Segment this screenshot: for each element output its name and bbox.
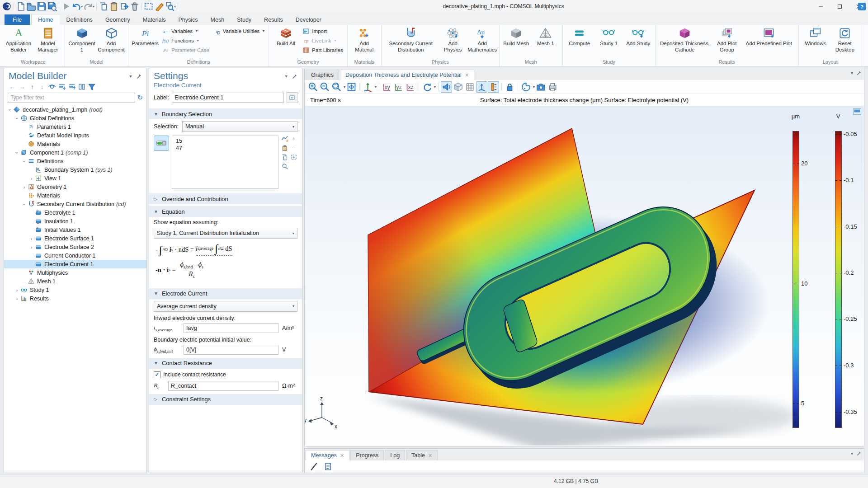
add-plot-group-button[interactable]: Add Plot Group <box>712 25 741 53</box>
maximize-button[interactable] <box>830 0 849 13</box>
resistance-input[interactable] <box>168 381 278 391</box>
ribbon-tab-home[interactable]: Home <box>31 14 60 25</box>
potential-input[interactable] <box>184 345 278 355</box>
paste-selection-icon[interactable] <box>281 145 288 152</box>
comsol-logo-icon[interactable] <box>2 1 12 11</box>
ribbon-tab-materials[interactable]: Materials <box>137 14 172 25</box>
ribbon-tab-developer[interactable]: Developer <box>289 14 328 25</box>
tab-graphics[interactable]: Graphics <box>306 70 339 80</box>
orientation-axes-icon[interactable] <box>476 81 487 93</box>
tree-expander-icon[interactable]: › <box>22 158 27 164</box>
tree-expander-icon[interactable]: › <box>21 184 27 190</box>
pin-icon[interactable] <box>290 72 298 80</box>
chevron-down-icon[interactable]: ▾ <box>851 451 853 456</box>
copy-selection-icon[interactable] <box>281 154 288 161</box>
scene-light-icon[interactable] <box>441 81 452 93</box>
zoom-selection-icon[interactable] <box>281 163 288 170</box>
zoom-out-icon[interactable] <box>319 81 330 93</box>
pin-icon[interactable] <box>857 70 861 75</box>
tab-messages[interactable]: Messages✕ <box>306 450 349 460</box>
rename-icon[interactable] <box>287 92 297 103</box>
tree-expander-icon[interactable]: › <box>14 296 20 301</box>
transparency-icon[interactable] <box>453 81 464 93</box>
tree-item[interactable]: Boundary System 1(sys 1) <box>4 165 146 174</box>
current-density-input[interactable] <box>184 323 278 333</box>
tree-item[interactable]: Electrode Current 1 <box>4 260 146 268</box>
tree-expander-icon[interactable]: › <box>14 150 20 155</box>
save-icon[interactable] <box>37 1 47 11</box>
new-file-icon[interactable] <box>16 1 26 11</box>
funnel-icon[interactable] <box>87 83 96 91</box>
tree-item[interactable]: PiParameters 1 <box>4 122 146 131</box>
ribbon-tab-study[interactable]: Study <box>231 14 258 25</box>
add-study-button[interactable]: Add Study <box>624 25 653 47</box>
ribbon-tab-definitions[interactable]: Definitions <box>60 14 99 25</box>
chevron-down-icon[interactable]: ▾ <box>174 5 176 9</box>
chevron-down-icon[interactable]: ▾ <box>93 5 94 9</box>
copy-icon[interactable] <box>99 1 108 11</box>
add-physics-button[interactable]: Add Physics <box>439 25 467 53</box>
close-icon[interactable]: ✕ <box>465 72 469 78</box>
tree-item[interactable]: Current Conductor 1 <box>4 251 146 260</box>
color-theme-icon[interactable] <box>520 81 532 93</box>
tree-expander-icon[interactable]: › <box>28 176 34 181</box>
add-mathematics-button[interactable]: ΔuAdd Mathematics <box>468 25 497 53</box>
tree-item[interactable]: Insulation 1 <box>4 217 146 225</box>
tree-item[interactable]: Multiphysics <box>4 268 146 277</box>
undo-icon[interactable] <box>71 1 81 11</box>
tree-expander-icon[interactable]: › <box>22 201 27 207</box>
chevron-down-icon[interactable]: ▾ <box>282 72 290 80</box>
tree-item[interactable]: DElectrolyte 1 <box>4 208 146 217</box>
move-down-icon[interactable]: ↓ <box>38 83 47 91</box>
open-icon[interactable] <box>26 1 36 11</box>
expand-all-icon[interactable] <box>57 83 66 91</box>
tree-expander-icon[interactable]: › <box>28 236 34 241</box>
ribbon-tab-geometry[interactable]: Geometry <box>99 14 137 25</box>
part-libraries-button[interactable]: Part Libraries <box>301 46 344 54</box>
collapse-all-icon[interactable] <box>67 83 76 91</box>
build-all-button[interactable]: Build All <box>271 25 300 47</box>
tree-item[interactable]: ›Definitions <box>4 157 146 165</box>
plot-area[interactable]: z y x µm20105 V-0.05-0.1-0.15-0.2-0.25-0… <box>305 106 864 446</box>
section-override[interactable]: ▷ Override and Contribution <box>149 193 302 204</box>
section-contact-resistance[interactable]: ▼ Contact Resistance <box>149 358 302 369</box>
tab-table[interactable]: Table✕ <box>406 450 438 460</box>
find-icon[interactable] <box>165 1 175 11</box>
ribbon-tab-results[interactable]: Results <box>258 14 289 25</box>
nav-forward-icon[interactable]: → <box>18 83 27 91</box>
zoom-in-icon[interactable] <box>307 81 319 93</box>
tree-item[interactable]: Default Model Inputs <box>4 131 146 140</box>
compute-button[interactable]: Compute <box>565 25 594 47</box>
boundary-selection-list[interactable]: 1547 <box>172 136 278 189</box>
snapshot-icon[interactable] <box>535 81 547 93</box>
ribbon-tab-physics[interactable]: Physics <box>172 14 204 25</box>
tree-expander-icon[interactable]: › <box>7 107 13 113</box>
tree-item[interactable]: ›decorative_plating_1.mph(root) <box>4 105 146 114</box>
close-icon[interactable]: ✕ <box>340 453 344 459</box>
parameters-button[interactable]: PiParameters <box>131 25 160 47</box>
reset-desktop-button[interactable]: Reset Desktop <box>830 25 859 53</box>
activate-selection-icon[interactable] <box>281 136 288 143</box>
close-icon[interactable]: ✕ <box>428 453 432 459</box>
tree-expander-icon[interactable]: › <box>14 287 20 293</box>
add-component-button[interactable]: Add Component <box>97 25 126 53</box>
chevron-down-icon[interactable]: ▾ <box>127 72 135 80</box>
add-predefined-plot-button[interactable]: Add Predefined Plot <box>742 25 796 47</box>
application-builder-button[interactable]: AApplication Builder <box>4 25 33 53</box>
create-selection-icon[interactable] <box>290 154 297 161</box>
tab-progress[interactable]: Progress <box>350 450 384 460</box>
print-icon[interactable] <box>547 81 558 93</box>
select-box-icon[interactable] <box>144 1 154 11</box>
view-xy-icon[interactable]: xy <box>382 81 393 93</box>
mesh-button[interactable]: Mesh 1 <box>531 25 560 47</box>
model-manager-button[interactable]: Model Manager <box>33 25 62 53</box>
selection-list-item[interactable]: 47 <box>172 145 278 152</box>
tree-item[interactable]: ›Electrode Surface 1 <box>4 234 146 243</box>
tree-item[interactable]: ›Electrode Surface 2 <box>4 243 146 251</box>
functions-button[interactable]: f(x)Functions▾ <box>160 37 211 44</box>
tree-item[interactable]: ›Geometry 1 <box>4 183 146 191</box>
tree-item[interactable]: Mesh 1 <box>4 277 146 286</box>
active-toggle-button[interactable] <box>154 136 169 151</box>
view-xz-icon[interactable]: xz <box>405 81 416 93</box>
play-icon[interactable] <box>61 1 71 11</box>
